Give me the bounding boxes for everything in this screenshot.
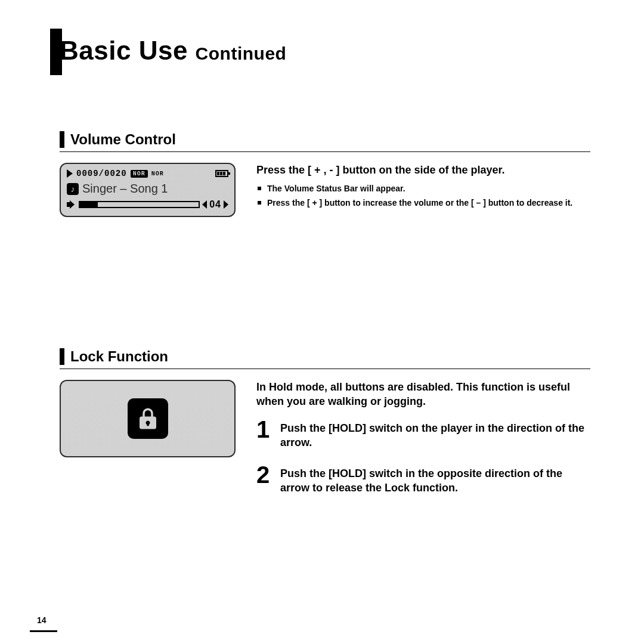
section-title: Lock Function bbox=[70, 348, 168, 365]
mode-badge: NOR bbox=[131, 170, 148, 178]
title-suffix: Continued bbox=[196, 44, 287, 63]
lcd-screen-lock bbox=[60, 380, 236, 457]
lock-lead-text: In Hold mode, all buttons are disabled. … bbox=[256, 380, 590, 409]
lcd-screen-volume: 0009/0020 NOR NOR ♪ Singer – Song 1 04 bbox=[60, 163, 236, 217]
list-item: Press the [ + ] button to increase the v… bbox=[256, 197, 590, 209]
step-number: 1 bbox=[256, 417, 280, 450]
step-2: 2 Push the [HOLD] switch in the opposite… bbox=[256, 463, 590, 496]
step-text: Push the [HOLD] switch in the opposite d… bbox=[280, 463, 590, 496]
music-note-icon: ♪ bbox=[67, 183, 79, 195]
triangle-left-icon bbox=[202, 200, 207, 209]
section-title: Volume Control bbox=[70, 131, 176, 148]
mode-text: NOR bbox=[151, 171, 164, 177]
battery-icon bbox=[215, 170, 228, 177]
page-number: 14 bbox=[37, 615, 47, 625]
volume-bullet-list: The Volume Status Bar will appear. Press… bbox=[256, 183, 590, 209]
track-counter: 0009/0020 bbox=[76, 169, 127, 178]
list-item: The Volume Status Bar will appear. bbox=[256, 183, 590, 195]
page-title: Basic Use Continued bbox=[60, 36, 590, 66]
speaker-icon bbox=[67, 200, 76, 209]
play-icon bbox=[67, 169, 73, 178]
title-side-bar bbox=[50, 29, 62, 75]
page-number-tick bbox=[30, 630, 57, 632]
lock-icon bbox=[128, 398, 168, 439]
volume-value: 04 bbox=[209, 199, 221, 210]
page-title-bar: Basic Use Continued bbox=[60, 36, 590, 66]
section-heading-lock: Lock Function bbox=[60, 348, 590, 369]
heading-underline bbox=[60, 369, 590, 369]
step-text: Push the [HOLD] switch on the player in … bbox=[280, 417, 590, 450]
track-title: Singer – Song 1 bbox=[82, 182, 168, 196]
title-main: Basic Use bbox=[60, 36, 188, 65]
heading-bar-icon bbox=[60, 131, 64, 148]
step-1: 1 Push the [HOLD] switch on the player i… bbox=[256, 417, 590, 450]
heading-underline bbox=[60, 151, 590, 152]
volume-lead-text: Press the [ + , - ] button on the side o… bbox=[256, 163, 590, 177]
section-heading-volume: Volume Control bbox=[60, 131, 590, 152]
triangle-right-icon bbox=[224, 200, 228, 209]
heading-bar-icon bbox=[60, 348, 64, 365]
step-number: 2 bbox=[256, 463, 280, 496]
volume-bar bbox=[79, 201, 200, 208]
